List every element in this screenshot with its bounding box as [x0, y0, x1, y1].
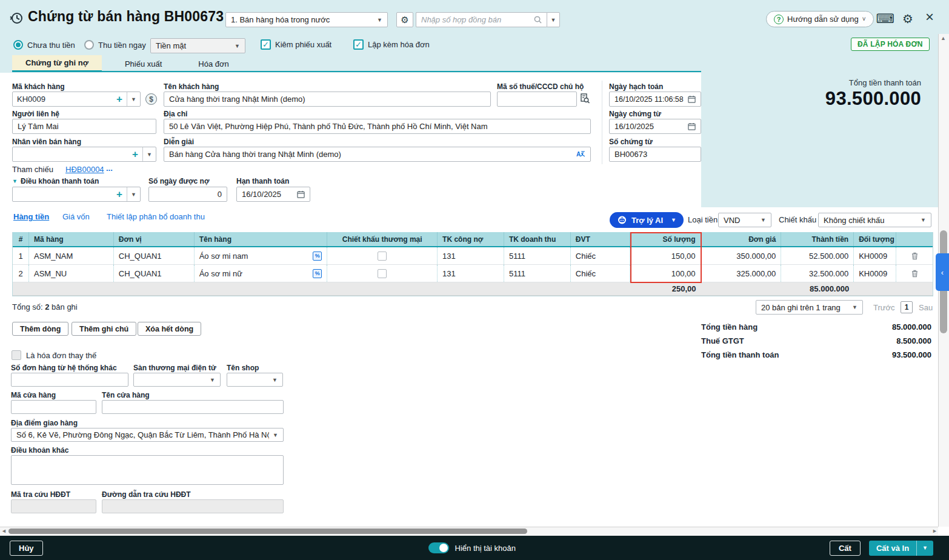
- quantity-cell[interactable]: 150,00: [630, 247, 701, 264]
- add-icon[interactable]: +: [112, 93, 127, 105]
- col-thanh-tien[interactable]: Thành tiền: [781, 232, 854, 246]
- col-don-gia[interactable]: Đơn giá: [701, 232, 782, 246]
- collapse-panel-chevron[interactable]: ‹: [936, 253, 949, 291]
- trash-icon[interactable]: [911, 269, 919, 278]
- trade-discount-cell[interactable]: [327, 265, 438, 282]
- history-icon[interactable]: [8, 10, 24, 26]
- col-tk-doanh-thu[interactable]: TK doanh thu: [504, 232, 571, 246]
- address-field[interactable]: 50 Lê Văn Việt, Phường Hiệp Phú, Thành p…: [164, 119, 591, 134]
- item-code-cell[interactable]: ASM_NAM: [29, 247, 114, 264]
- item-code-cell[interactable]: ASM_NU: [29, 265, 114, 282]
- contract-settings-button[interactable]: ⚙: [396, 12, 413, 27]
- doc-type-select[interactable]: 1. Bán hàng hóa trong nước ▼: [225, 12, 388, 27]
- contract-search-box[interactable]: [416, 12, 547, 27]
- checkbox-unchecked-icon[interactable]: [378, 269, 387, 278]
- scroll-up-arrow-icon[interactable]: ▲: [941, 35, 946, 41]
- page-number[interactable]: 1: [901, 301, 913, 313]
- shop-name-select[interactable]: ▼: [227, 373, 283, 387]
- keyboard-shortcuts-icon[interactable]: ⌨: [877, 11, 893, 27]
- scroll-right-arrow-icon[interactable]: ►: [932, 528, 937, 534]
- clear-rows-button[interactable]: Xóa hết dòng: [138, 322, 201, 336]
- contract-search-input[interactable]: [421, 13, 531, 27]
- table-row[interactable]: 1 ASM_NAM CH_QUAN1 Áo sơ mi nam % 131 51…: [13, 247, 933, 265]
- debt-days-field[interactable]: 0: [148, 187, 227, 202]
- detail-tab-cost[interactable]: Giá vốn: [62, 212, 90, 221]
- object-cell[interactable]: KH0009: [854, 265, 896, 282]
- detail-tab-goods[interactable]: Hàng tiền: [13, 212, 49, 221]
- translate-icon[interactable]: A: [576, 150, 585, 159]
- sales-staff-field[interactable]: + ▼: [12, 147, 156, 162]
- amount-cell[interactable]: 52.500.000: [781, 247, 854, 264]
- chevron-down-icon[interactable]: ▼: [127, 92, 140, 106]
- add-icon[interactable]: +: [112, 188, 127, 201]
- chevron-down-icon[interactable]: ▼: [142, 147, 156, 161]
- receivable-account-cell[interactable]: 131: [438, 265, 504, 282]
- due-date-field[interactable]: 16/10/2025: [236, 187, 310, 202]
- unit-price-cell[interactable]: 350.000,00: [701, 247, 782, 264]
- collapse-caret-icon[interactable]: ▼: [12, 178, 18, 184]
- trade-discount-cell[interactable]: [327, 247, 438, 264]
- col-ma-hang[interactable]: Mã hàng: [29, 232, 114, 246]
- col-chiet-khau[interactable]: Chiết khấu thương mại: [327, 232, 438, 246]
- radio-collect-now[interactable]: Thu tiền ngay: [84, 40, 146, 50]
- col-doi-tuong[interactable]: Đối tượng: [854, 232, 896, 246]
- doc-no-field[interactable]: BH00673: [609, 147, 701, 162]
- calendar-icon[interactable]: [297, 190, 305, 198]
- calendar-icon[interactable]: [688, 122, 696, 130]
- customer-name-field[interactable]: Cửa hàng thời trang Nhật Minh (demo): [164, 92, 491, 107]
- unit-cell[interactable]: CH_QUAN1: [114, 247, 195, 264]
- currency-select[interactable]: VND ▼: [718, 213, 771, 227]
- checkbox-unchecked-icon[interactable]: [378, 252, 387, 261]
- contact-field[interactable]: Lý Tâm Mai: [12, 119, 156, 134]
- payment-method-select[interactable]: Tiền mặt ▼: [150, 38, 245, 53]
- other-terms-textarea[interactable]: [11, 455, 284, 485]
- revenue-account-cell[interactable]: 5111: [504, 265, 571, 282]
- horizontal-scrollbar-thumb[interactable]: [8, 528, 527, 534]
- receivable-account-cell[interactable]: 131: [438, 247, 504, 264]
- tab-invoice[interactable]: Hóa đơn: [185, 55, 242, 72]
- tab-debit-voucher[interactable]: Chứng từ ghi nợ: [12, 55, 102, 72]
- add-note-button[interactable]: Thêm ghi chú: [72, 322, 136, 336]
- percent-doc-icon[interactable]: %: [313, 252, 322, 261]
- prev-page-button[interactable]: Trước: [873, 303, 895, 312]
- checkbox-with-invoice[interactable]: ✓ Lập kèm hóa đơn: [353, 39, 430, 50]
- col-dvt[interactable]: ĐVT: [571, 232, 630, 246]
- store-name-field[interactable]: [102, 400, 284, 414]
- posting-date-field[interactable]: 16/10/2025 11:06:58: [609, 92, 701, 107]
- object-cell[interactable]: KH0009: [854, 247, 896, 264]
- page-size-select[interactable]: 20 bản ghi trên 1 trang ▼: [756, 300, 863, 315]
- trash-icon[interactable]: [911, 252, 919, 260]
- discount-select[interactable]: Không chiết khấu ▼: [818, 213, 931, 227]
- next-page-button[interactable]: Sau: [919, 303, 933, 312]
- customer-code-field[interactable]: KH0009 + ▼: [12, 92, 141, 107]
- radio-not-collected[interactable]: Chưa thu tiền: [13, 40, 75, 50]
- add-row-button[interactable]: Thêm dòng: [12, 322, 68, 336]
- ext-order-field[interactable]: [11, 373, 128, 387]
- col-don-vi[interactable]: Đơn vị: [114, 232, 195, 246]
- delivery-select[interactable]: Số 6, Kẻ Vẽ, Phường Đông Ngạc, Quận Bắc …: [11, 428, 284, 442]
- save-options-dropdown[interactable]: ▼: [916, 541, 933, 556]
- quantity-cell[interactable]: 100,00: [630, 265, 701, 282]
- table-row[interactable]: 2 ASM_NU CH_QUAN1 Áo sơ mi nữ % 131 5111…: [13, 265, 933, 282]
- replace-invoice-checkbox[interactable]: Là hóa đơn thay thế: [12, 350, 96, 360]
- reference-link[interactable]: HĐB00004: [65, 165, 104, 174]
- store-code-field[interactable]: [11, 400, 96, 414]
- settings-gear-icon[interactable]: ⚙: [900, 11, 916, 27]
- amount-cell[interactable]: 32.500.000: [781, 265, 854, 282]
- calendar-icon[interactable]: [688, 95, 696, 103]
- checkbox-export-slip[interactable]: ✓ Kiêm phiếu xuất: [261, 39, 331, 50]
- chevron-down-icon[interactable]: ▼: [127, 187, 140, 201]
- uom-cell[interactable]: Chiếc: [571, 265, 630, 282]
- doc-date-field[interactable]: 16/10/2025: [609, 119, 701, 134]
- show-accounts-toggle[interactable]: [428, 542, 449, 553]
- contract-search-dropdown-button[interactable]: ▼: [547, 12, 560, 27]
- ecommerce-select[interactable]: ▼: [133, 373, 221, 387]
- col-tk-cong-no[interactable]: TK công nợ: [438, 232, 504, 246]
- scroll-left-arrow-icon[interactable]: ◄: [1, 528, 7, 534]
- save-button[interactable]: Cất: [830, 541, 861, 556]
- reference-more-link[interactable]: ...: [106, 164, 113, 173]
- unit-price-cell[interactable]: 325.000,00: [701, 265, 782, 282]
- payment-term-field[interactable]: + ▼: [12, 187, 141, 202]
- cancel-button[interactable]: Hủy: [10, 541, 43, 556]
- percent-doc-icon[interactable]: %: [313, 269, 322, 278]
